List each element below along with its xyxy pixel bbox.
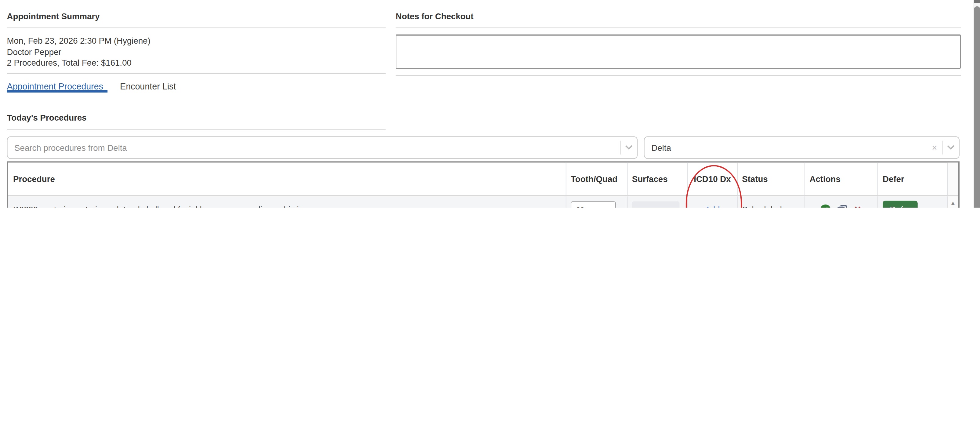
scroll-up-icon[interactable]: ▲ [948, 200, 958, 206]
appointment-provider: Doctor Pepper [7, 47, 151, 58]
defer-button[interactable]: Defer [883, 201, 918, 208]
divider [396, 75, 961, 76]
actions-cell: ✓ ✕ [805, 196, 878, 208]
tab-encounter-list[interactable]: Encounter List [120, 81, 176, 91]
appointment-datetime: Mon, Feb 23, 2026 2:30 PM (Hygiene) [7, 36, 151, 47]
clear-icon[interactable]: × [927, 143, 942, 153]
table-scrollbar [948, 163, 958, 196]
delete-procedure-icon[interactable]: ✕ [854, 205, 861, 208]
notes-for-checkout-textarea[interactable] [396, 35, 961, 69]
icd10-cell: Add [687, 196, 738, 208]
defer-cell: Defer [878, 196, 948, 208]
appointment-dialog: Appointment Summary Mon, Feb 23, 2026 2:… [0, 0, 980, 208]
column-header-tooth-quad: Tooth/Quad [566, 163, 628, 196]
duplicate-icon[interactable] [837, 204, 848, 208]
divider [7, 27, 386, 28]
fee-schedule-value: Delta [644, 143, 927, 152]
tooth-quad-input[interactable] [571, 202, 616, 208]
column-header-status: Status [738, 163, 805, 196]
appointment-summary-text: Mon, Feb 23, 2026 2:30 PM (Hygiene) Doct… [7, 36, 151, 69]
status-cell: Scheduled [738, 196, 805, 208]
surfaces-cell [627, 196, 687, 208]
column-header-procedure: Procedure [8, 163, 566, 196]
icd10-add-link[interactable]: Add [705, 205, 720, 208]
active-tab-underline [7, 90, 108, 92]
chevron-down-icon[interactable] [943, 145, 959, 150]
notes-for-checkout-title: Notes for Checkout [396, 12, 474, 21]
todays-procedures-title: Today's Procedures [7, 113, 87, 123]
page-scrollbar-top [974, 0, 980, 3]
table-row: D0290 posterior-anterior or lateral skul… [8, 196, 958, 208]
divider [7, 129, 386, 130]
appointment-summary-title: Appointment Summary [7, 12, 100, 21]
complete-procedure-icon[interactable]: ✓ [820, 204, 831, 208]
table-scrollbar[interactable]: ▲ [948, 196, 958, 208]
page-scrollbar-thumb[interactable] [974, 6, 980, 208]
column-header-icd10: ICD10 Dx [687, 163, 738, 196]
column-header-surfaces: Surfaces [627, 163, 687, 196]
page-scrollbar[interactable] [973, 0, 980, 208]
procedure-description: D0290 posterior-anterior or lateral skul… [8, 196, 566, 208]
tooth-quad-cell [566, 196, 628, 208]
surfaces-input-disabled [632, 202, 680, 208]
column-header-actions: Actions [805, 163, 878, 196]
table-header-row: Procedure Tooth/Quad Surfaces ICD10 Dx S… [8, 163, 958, 197]
divider [396, 27, 961, 28]
appointment-fee: 2 Procedures, Total Fee: $161.00 [7, 57, 151, 68]
column-header-defer: Defer [878, 163, 948, 196]
procedure-search-box[interactable] [7, 137, 638, 159]
todays-procedures-table: Procedure Tooth/Quad Surfaces ICD10 Dx S… [7, 161, 959, 208]
procedure-search-input[interactable] [8, 143, 620, 152]
divider [7, 73, 386, 74]
fee-schedule-select[interactable]: Delta × [644, 137, 959, 159]
chevron-down-icon[interactable] [621, 145, 637, 150]
